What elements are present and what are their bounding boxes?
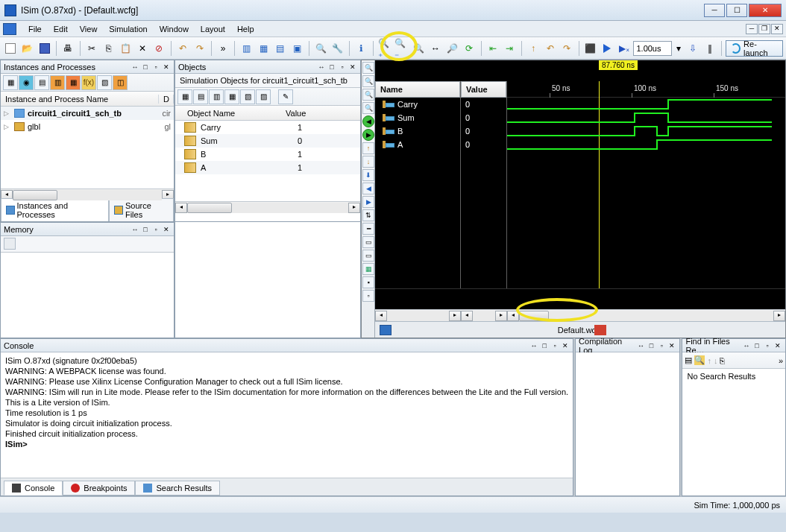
wave-next-marker[interactable]: ▶ <box>362 196 374 208</box>
window-cascade-button[interactable]: ▤ <box>273 40 289 57</box>
memory-close[interactable]: ✕ <box>162 225 171 234</box>
obj-filter-5[interactable]: ▧ <box>240 89 255 104</box>
go-start-button[interactable]: ⇤ <box>485 40 500 57</box>
cut-button[interactable]: ✂ <box>84 40 99 57</box>
wave-next-edge[interactable]: ↓ <box>362 156 374 168</box>
waveform-plot[interactable]: 50 ns 100 ns 150 ns <box>507 81 785 288</box>
wave-grid[interactable]: ▦ <box>362 263 374 275</box>
refresh-button[interactable]: ⟳ <box>462 40 477 57</box>
console-max[interactable]: □ <box>540 341 549 350</box>
wave-misc1[interactable]: ▪ <box>362 276 374 288</box>
wave-add-marker[interactable]: ⬇ <box>362 169 374 181</box>
menu-window[interactable]: Window <box>154 23 195 35</box>
wave-signal-a[interactable]: A <box>375 138 460 151</box>
zoom-cursor-button[interactable]: ↔ <box>428 40 444 57</box>
menu-help[interactable]: Help <box>231 23 260 35</box>
filter-btn-2[interactable]: ◉ <box>19 75 34 90</box>
find-up[interactable]: ↑ <box>707 356 711 365</box>
prev-transition-button[interactable]: ↑ <box>526 40 541 57</box>
obj-filter-7[interactable]: ✎ <box>278 89 293 104</box>
zoom-fit-button[interactable]: 🔍 <box>411 40 427 57</box>
console-output[interactable]: ISim O.87xd (signature 0x2f00eba5) WARNI… <box>1 352 573 478</box>
find-btn-2[interactable]: 🔍 <box>694 355 705 365</box>
window-maximize-button[interactable]: ☐ <box>726 4 747 17</box>
memory-max[interactable]: □ <box>141 225 150 234</box>
comp-max[interactable]: □ <box>647 341 655 350</box>
find-dock[interactable]: ↔ <box>742 341 751 350</box>
wave-del-marker[interactable]: ━ <box>362 223 374 235</box>
object-row-carry[interactable]: Carry1 <box>175 121 360 134</box>
undo-button[interactable]: ↶ <box>175 40 191 57</box>
instance-row-0[interactable]: ▷ circuit1_circuit1_sch_tb cir <box>1 107 174 120</box>
find-btn-1[interactable]: ▤ <box>685 355 692 365</box>
instances-hscroll[interactable]: ◂ ▸ <box>1 189 174 200</box>
console-close[interactable]: ✕ <box>561 341 570 350</box>
window-tile2-button[interactable]: ▦ <box>256 40 271 57</box>
run-all-button[interactable] <box>600 40 615 57</box>
new-button[interactable] <box>3 40 19 57</box>
filter-btn-7[interactable]: ▧ <box>97 75 112 90</box>
window-minimize-button[interactable]: ─ <box>704 4 725 17</box>
obj-filter-1[interactable]: ▦ <box>177 89 192 104</box>
wave-go-start[interactable]: ◀ <box>362 115 374 127</box>
run-for-button[interactable]: ▶ₓ <box>617 40 632 57</box>
wave-go-end[interactable]: ▶ <box>362 129 374 141</box>
menu-view[interactable]: View <box>74 23 104 35</box>
find-down[interactable]: ↓ <box>714 356 718 365</box>
obj-filter-2[interactable]: ▤ <box>193 89 208 104</box>
window-float-button[interactable]: ▣ <box>289 40 305 57</box>
filter-btn-3[interactable]: ▤ <box>34 75 49 90</box>
zoom-wave-button[interactable]: 🔎 <box>444 40 460 57</box>
cancel-button[interactable]: ⊘ <box>151 40 167 57</box>
wave-swap[interactable]: ⇅ <box>362 209 374 221</box>
comp-dock[interactable]: ↔ <box>636 341 645 350</box>
mdi-restore-button[interactable]: ❐ <box>758 24 770 34</box>
object-row-a[interactable]: A1 <box>175 161 360 174</box>
object-row-sum[interactable]: Sum0 <box>175 134 360 148</box>
objects-max[interactable]: □ <box>327 63 336 72</box>
save-button[interactable] <box>37 40 52 57</box>
instances-col-name[interactable]: Instance and Process Name <box>1 95 159 104</box>
go-end-button[interactable]: ⇥ <box>502 40 518 57</box>
find-float[interactable]: ▫ <box>763 341 772 350</box>
objects-hscroll[interactable]: ◂ ▸ <box>175 201 360 213</box>
find-close[interactable]: ✕ <box>773 341 782 350</box>
instances-col-d[interactable]: D <box>159 95 174 104</box>
filter-btn-8[interactable]: ◫ <box>113 75 128 90</box>
menu-simulation[interactable]: Simulation <box>103 23 153 35</box>
wave-signal-b[interactable]: B <box>375 124 460 138</box>
tab-breakpoints[interactable]: Breakpoints <box>63 481 135 495</box>
wave-val-hscroll[interactable]: ◂▸ <box>461 309 507 321</box>
wave-zoom-fit[interactable]: 🔍 <box>362 89 374 101</box>
objects-col-value[interactable]: Value <box>286 109 360 118</box>
panel-float-button[interactable]: ▫ <box>151 63 160 72</box>
comp-float[interactable]: ▫ <box>657 341 666 350</box>
wave-value-header[interactable]: Value <box>461 81 506 98</box>
wave-plot-hscroll[interactable]: ◂▸ <box>507 309 785 321</box>
zoom-in-button[interactable]: 🔍₊ <box>377 40 393 57</box>
filter-btn-6[interactable]: f(x) <box>81 75 96 90</box>
filter-btn-4[interactable]: ▥ <box>50 75 65 90</box>
panel-dock-button[interactable]: ↔ <box>131 63 139 72</box>
wave-name-hscroll[interactable]: ◂▸ <box>375 309 461 321</box>
panel-max-button[interactable]: □ <box>141 63 150 72</box>
wave-name-header[interactable]: Name <box>375 81 460 98</box>
comp-close[interactable]: ✕ <box>667 341 676 350</box>
objects-dock[interactable]: ↔ <box>317 63 326 72</box>
menu-file[interactable]: File <box>22 23 48 35</box>
objects-close[interactable]: ✕ <box>348 63 357 72</box>
wave-prev-marker[interactable]: ◀ <box>362 183 374 194</box>
obj-filter-4[interactable]: ▦ <box>224 89 239 104</box>
menu-layout[interactable]: Layout <box>195 23 231 35</box>
wave-signal-carry[interactable]: Carry <box>375 98 460 111</box>
wave-zoom-area[interactable]: 🔍 <box>362 102 374 114</box>
open-button[interactable]: 📂 <box>20 40 36 57</box>
collapse-button[interactable]: » <box>216 40 231 57</box>
obj-filter-3[interactable]: ▥ <box>209 89 224 104</box>
run-time-input[interactable] <box>633 41 672 56</box>
paste-button[interactable]: 📋 <box>118 40 133 57</box>
filter-btn-5[interactable]: ▦ <box>66 75 81 90</box>
objects-float[interactable]: ▫ <box>338 63 347 72</box>
objects-col-name[interactable]: Object Name <box>178 109 286 118</box>
break-button[interactable]: ‖ <box>702 40 717 57</box>
